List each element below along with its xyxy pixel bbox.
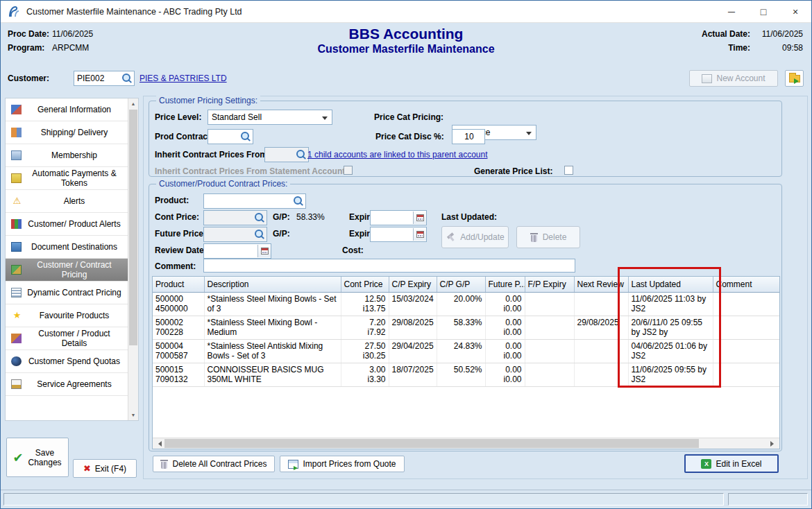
review-date-calendar-icon[interactable]: [257, 245, 271, 257]
sidebar-item-membership[interactable]: Membership: [6, 144, 128, 167]
new-account-button[interactable]: New Account: [689, 70, 778, 87]
column-header-description[interactable]: Description: [204, 277, 341, 292]
new-account-label: New Account: [716, 74, 765, 83]
cell-last-updated: 04/06/2025 01:06 by JS2: [628, 339, 713, 363]
expiry2-input[interactable]: [370, 227, 427, 242]
grid-scrollbar-thumb[interactable]: [164, 439, 699, 448]
sidebar-scrollbar-thumb[interactable]: [129, 110, 137, 345]
column-header-cp-gp[interactable]: C/P G/P: [437, 277, 485, 292]
sidebar-item-general-information[interactable]: General Information: [6, 98, 128, 121]
expiry1-calendar-icon[interactable]: [413, 212, 426, 224]
close-button[interactable]: ×: [779, 1, 811, 22]
column-header-next-review[interactable]: Next Review: [574, 277, 628, 292]
column-header-product[interactable]: Product: [153, 277, 204, 292]
group-title: Customer Pricing Settings:: [156, 96, 260, 105]
scroll-left-icon[interactable]: [153, 438, 164, 449]
sidebar-scrollbar[interactable]: ▲ ▼: [128, 98, 138, 420]
cell-comment: [713, 316, 779, 339]
cont-price-search-icon[interactable]: [253, 212, 265, 224]
price-cat-disc-input[interactable]: 10: [452, 129, 485, 144]
open-folder-button[interactable]: [785, 70, 804, 87]
service-agreements-icon: [11, 379, 22, 389]
price-level-value: Standard Sell: [212, 112, 262, 122]
sidebar-item-label: Alerts: [64, 196, 85, 206]
product-search-icon[interactable]: [292, 196, 304, 207]
app-window: Customer Masterfile Maintenance - ABC Tr…: [0, 0, 812, 509]
contract-prices-grid: Product Description Cont Price C/P Expir…: [152, 276, 780, 449]
minimize-button[interactable]: ─: [716, 1, 747, 22]
grid-row[interactable]: 5000157090132 CONNOISSEUR BASICS MUG 350…: [153, 363, 779, 386]
inherit-from-input[interactable]: [264, 147, 309, 162]
prod-contract-search-icon[interactable]: [239, 131, 251, 143]
price-level-dropdown[interactable]: Standard Sell: [208, 110, 332, 125]
status-bar: [1, 490, 811, 508]
sidebar-item-alerts[interactable]: ⚠ Alerts: [6, 190, 128, 213]
delete-button[interactable]: Delete: [516, 226, 580, 248]
customer-code-input[interactable]: PIE002: [74, 71, 135, 86]
inherit-statement-checkbox[interactable]: [344, 166, 353, 175]
cell-cont-price: 7.20i7.92: [341, 316, 389, 339]
column-header-future-price[interactable]: Future P...: [485, 277, 525, 292]
sidebar-item-customer-spend-quotas[interactable]: Customer Spend Quotas: [6, 350, 128, 373]
column-header-last-updated[interactable]: Last Updated: [628, 277, 713, 292]
save-changes-button[interactable]: ✔ Save Changes: [6, 438, 69, 477]
sidebar-item-document-destinations[interactable]: Document Destinations: [6, 236, 128, 259]
column-header-cp-expiry[interactable]: C/P Expiry: [389, 277, 437, 292]
generate-price-list-label: Generate Price List:: [474, 166, 552, 176]
column-header-cont-price[interactable]: Cont Price: [341, 277, 389, 292]
cell-description: *Stainless Steel Mixing Bowl - Medium: [204, 316, 341, 339]
edit-in-excel-button[interactable]: X Edit in Excel: [684, 454, 779, 473]
review-date-input[interactable]: [203, 243, 271, 259]
scroll-right-icon[interactable]: [768, 438, 779, 449]
customer-product-alerts-icon: [11, 219, 22, 229]
cell-next-review: 29/08/2025: [574, 316, 628, 339]
sidebar-item-label: Customer / Product Details: [25, 329, 124, 348]
expiry1-input[interactable]: [370, 210, 427, 225]
prod-contract-input[interactable]: [208, 129, 253, 144]
scroll-down-icon[interactable]: ▼: [128, 410, 138, 420]
future-price-search-icon[interactable]: [253, 229, 265, 241]
delete-all-contract-prices-button[interactable]: Delete All Contract Prices: [153, 456, 275, 472]
cont-price-input[interactable]: [203, 210, 267, 225]
cell-comment: [713, 339, 779, 363]
sidebar-item-shipping-delivery[interactable]: Shipping/ Delivery: [6, 121, 128, 144]
child-accounts-link[interactable]: 1 child accounts are linked to this pare…: [307, 150, 488, 159]
delete-label: Delete: [543, 232, 567, 242]
time-value: 09:58: [754, 43, 803, 53]
column-header-fp-expiry[interactable]: F/P Expiry: [525, 277, 574, 292]
header: Proc Date: 11/06/2025 Program: ARPCMM BB…: [1, 23, 811, 67]
inherit-statement-label: Inherit Contract Prices From Statement A…: [155, 166, 348, 176]
cell-description: *Stainless Steel Antiskid Mixing Bowls -…: [204, 339, 341, 363]
column-header-comment[interactable]: Comment: [713, 277, 779, 292]
generate-price-list-checkbox[interactable]: [564, 166, 573, 175]
maximize-button[interactable]: □: [747, 1, 779, 22]
cell-fp-expiry: [525, 363, 574, 386]
exit-button[interactable]: ✖ Exit (F4): [73, 459, 137, 478]
sidebar-item-dynamic-contract-pricing[interactable]: Dynamic Contract Pricing: [6, 282, 128, 304]
scroll-up-icon[interactable]: ▲: [128, 98, 138, 109]
sidebar-item-favourite-products[interactable]: ★ Favourite Products: [6, 304, 128, 327]
sidebar-item-label: Customer Spend Quotas: [28, 356, 120, 366]
sidebar-item-customer-contract-pricing[interactable]: Customer / Contract Pricing: [6, 259, 128, 282]
future-price-input[interactable]: [203, 227, 267, 242]
customer-search-icon[interactable]: [121, 73, 133, 85]
grid-row[interactable]: 5000004500000 *Stainless Steel Mixing Bo…: [153, 292, 779, 316]
sidebar-item-customer-product-details[interactable]: Customer / Product Details: [6, 327, 128, 350]
cell-cont-price: 27.50i30.25: [341, 339, 389, 363]
import-quote-label: Import Prices from Quote: [303, 459, 396, 469]
grid-row[interactable]: 5000047000587 *Stainless Steel Antiskid …: [153, 339, 779, 363]
sidebar-item-label: Customer/ Product Alerts: [28, 219, 120, 229]
expiry2-calendar-icon[interactable]: [413, 228, 426, 241]
grid-horizontal-scrollbar[interactable]: [153, 438, 779, 449]
import-prices-from-quote-button[interactable]: Import Prices from Quote: [280, 456, 405, 472]
sidebar-item-customer-product-alerts[interactable]: Customer/ Product Alerts: [6, 213, 128, 236]
grid-row[interactable]: 500002700228 *Stainless Steel Mixing Bow…: [153, 316, 779, 339]
inherit-from-search-icon[interactable]: [295, 149, 307, 161]
add-update-button[interactable]: Add/Update: [441, 226, 509, 248]
customer-name-link[interactable]: PIES & PASTRIES LTD: [139, 74, 227, 83]
comment-input[interactable]: [203, 259, 575, 273]
sidebar-item-automatic-payments-tokens[interactable]: Automatic Payments & Tokens: [6, 167, 128, 190]
sidebar-item-service-agreements[interactable]: Service Agreements: [6, 373, 128, 396]
cell-cp-expiry: 29/08/2025: [389, 316, 437, 339]
product-input[interactable]: [203, 193, 306, 209]
